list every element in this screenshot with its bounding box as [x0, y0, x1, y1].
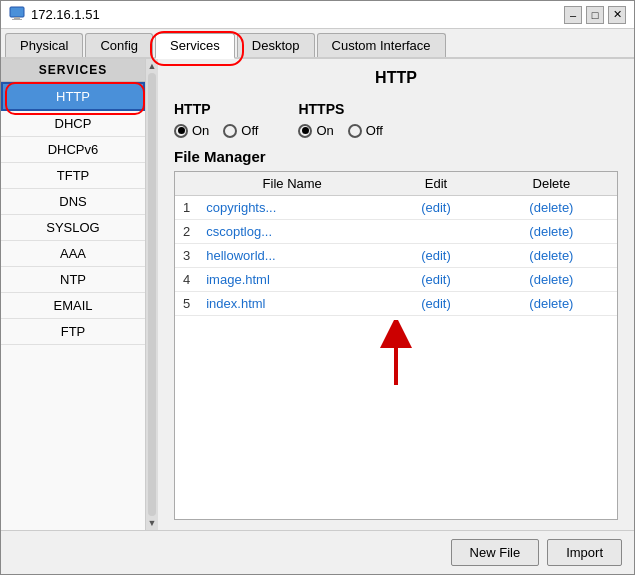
tab-physical[interactable]: Physical	[5, 33, 83, 57]
sidebar-item-tftp[interactable]: TFTP	[1, 163, 145, 189]
col-filename: File Name	[198, 172, 386, 196]
import-button[interactable]: Import	[547, 539, 622, 566]
sidebar-item-aaa[interactable]: AAA	[1, 241, 145, 267]
https-on-option[interactable]: On	[298, 123, 333, 138]
file-edit-link[interactable]: (edit)	[386, 244, 486, 268]
table-row: 5index.html(edit)(delete)	[175, 292, 617, 316]
minimize-button[interactable]: –	[564, 6, 582, 24]
file-name[interactable]: cscoptlog...	[198, 220, 386, 244]
main-panel: HTTP HTTP On Off	[158, 59, 634, 530]
http-off-option[interactable]: Off	[223, 123, 258, 138]
scroll-up-arrow[interactable]: ▲	[148, 61, 157, 71]
file-delete-link[interactable]: (delete)	[486, 220, 617, 244]
file-delete-link[interactable]: (delete)	[486, 244, 617, 268]
file-name[interactable]: copyrights...	[198, 196, 386, 220]
service-title: HTTP	[174, 69, 618, 87]
table-header-row: File Name Edit Delete	[175, 172, 617, 196]
file-delete-link[interactable]: (delete)	[486, 292, 617, 316]
scroll-down-arrow[interactable]: ▼	[148, 518, 157, 528]
red-arrow-indicator	[371, 320, 421, 390]
file-name[interactable]: index.html	[198, 292, 386, 316]
file-edit-link[interactable]: (edit)	[386, 292, 486, 316]
https-on-radio[interactable]	[298, 124, 312, 138]
scroll-track	[148, 73, 156, 516]
sidebar-item-email[interactable]: EMAIL	[1, 293, 145, 319]
http-radio-row: On Off	[174, 123, 258, 138]
file-name[interactable]: image.html	[198, 268, 386, 292]
http-off-radio[interactable]	[223, 124, 237, 138]
file-row-num: 3	[175, 244, 198, 268]
col-num	[175, 172, 198, 196]
table-row: 4image.html(edit)(delete)	[175, 268, 617, 292]
col-edit: Edit	[386, 172, 486, 196]
tab-services[interactable]: Services	[155, 33, 235, 59]
https-off-option[interactable]: Off	[348, 123, 383, 138]
sidebar-item-syslog[interactable]: SYSLOG	[1, 215, 145, 241]
http-radio-group: HTTP On Off	[174, 101, 258, 138]
http-on-option[interactable]: On	[174, 123, 209, 138]
svg-rect-1	[14, 17, 20, 19]
sidebar-item-dhcpv6[interactable]: DHCPv6	[1, 137, 145, 163]
title-bar-left: 172.16.1.51	[9, 5, 100, 24]
https-off-label: Off	[366, 123, 383, 138]
table-row: 1copyrights...(edit)(delete)	[175, 196, 617, 220]
bottom-bar: New File Import	[1, 530, 634, 574]
sidebar-item-ntp[interactable]: NTP	[1, 267, 145, 293]
sidebar-item-http[interactable]: HTTP	[1, 82, 145, 111]
sidebar-item-dns[interactable]: DNS	[1, 189, 145, 215]
file-delete-link[interactable]: (delete)	[486, 196, 617, 220]
tab-custom-interface[interactable]: Custom Interface	[317, 33, 446, 57]
http-off-label: Off	[241, 123, 258, 138]
file-edit-link[interactable]: (edit)	[386, 196, 486, 220]
svg-rect-2	[12, 19, 22, 20]
arrow-area	[175, 316, 617, 396]
content-area: SERVICES HTTP DHCP DHCPv6 TFTP DNS SYSLO…	[1, 59, 634, 530]
http-https-section: HTTP On Off HTTPS	[174, 101, 618, 138]
main-window: 172.16.1.51 – □ ✕ Physical Config Servic…	[0, 0, 635, 575]
sidebar-item-dhcp[interactable]: DHCP	[1, 111, 145, 137]
table-row: 2cscoptlog...(delete)	[175, 220, 617, 244]
http-group-label: HTTP	[174, 101, 258, 117]
window-controls: – □ ✕	[564, 6, 626, 24]
new-file-button[interactable]: New File	[451, 539, 540, 566]
window-title: 172.16.1.51	[31, 7, 100, 22]
https-radio-row: On Off	[298, 123, 382, 138]
tab-bar: Physical Config Services Desktop Custom …	[1, 29, 634, 59]
https-group-label: HTTPS	[298, 101, 382, 117]
maximize-button[interactable]: □	[586, 6, 604, 24]
https-on-label: On	[316, 123, 333, 138]
file-row-num: 2	[175, 220, 198, 244]
tab-config[interactable]: Config	[85, 33, 153, 57]
title-bar: 172.16.1.51 – □ ✕	[1, 1, 634, 29]
file-manager-section: File Manager File Name Edit Delete	[174, 148, 618, 520]
file-table: File Name Edit Delete 1copyrights...(edi…	[175, 172, 617, 316]
sidebar-item-ftp[interactable]: FTP	[1, 319, 145, 345]
tab-desktop[interactable]: Desktop	[237, 33, 315, 57]
file-delete-link[interactable]: (delete)	[486, 268, 617, 292]
file-edit-link[interactable]: (edit)	[386, 268, 486, 292]
file-name[interactable]: helloworld...	[198, 244, 386, 268]
http-on-label: On	[192, 123, 209, 138]
sidebar: SERVICES HTTP DHCP DHCPv6 TFTP DNS SYSLO…	[1, 59, 146, 530]
close-button[interactable]: ✕	[608, 6, 626, 24]
svg-rect-0	[10, 7, 24, 17]
http-on-radio[interactable]	[174, 124, 188, 138]
sidebar-scrollbar[interactable]: ▲ ▼	[146, 59, 158, 530]
file-edit-link[interactable]	[386, 220, 486, 244]
sidebar-header: SERVICES	[1, 59, 145, 82]
sidebar-container: SERVICES HTTP DHCP DHCPv6 TFTP DNS SYSLO…	[1, 59, 158, 530]
file-row-num: 4	[175, 268, 198, 292]
file-row-num: 1	[175, 196, 198, 220]
table-row: 3helloworld...(edit)(delete)	[175, 244, 617, 268]
https-radio-group: HTTPS On Off	[298, 101, 382, 138]
col-delete: Delete	[486, 172, 617, 196]
window-icon	[9, 5, 25, 24]
file-table-container: File Name Edit Delete 1copyrights...(edi…	[174, 171, 618, 520]
file-row-num: 5	[175, 292, 198, 316]
https-off-radio[interactable]	[348, 124, 362, 138]
file-manager-title: File Manager	[174, 148, 618, 165]
